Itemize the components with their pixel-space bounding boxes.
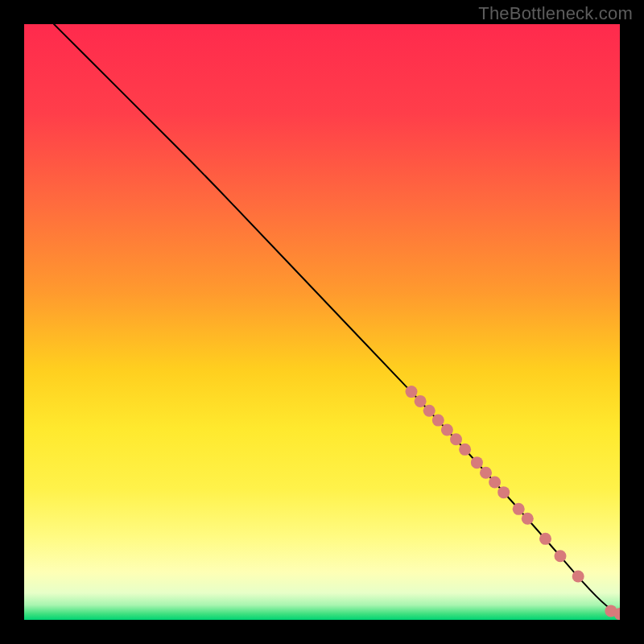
watermark-text: TheBottleneck.com [478,3,633,24]
data-marker [572,570,584,582]
chart-svg [24,24,620,620]
data-marker [513,503,525,515]
data-marker [432,415,444,427]
data-marker [480,467,492,479]
data-marker [423,405,436,417]
data-marker [489,477,501,489]
data-marker [497,486,510,498]
plot-area [24,24,620,620]
data-marker [522,513,534,525]
chart-container: TheBottleneck.com [0,0,644,644]
data-marker [459,444,471,456]
data-marker [555,550,567,562]
data-marker [441,423,453,436]
data-marker [539,533,551,545]
data-marker [450,433,462,445]
data-marker [471,456,483,469]
gradient-background [24,24,620,620]
data-marker [406,386,418,398]
data-marker [415,395,427,407]
